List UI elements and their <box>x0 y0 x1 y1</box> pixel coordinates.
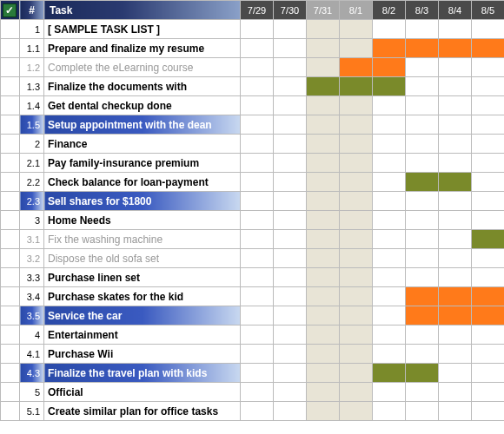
gantt-cell[interactable] <box>373 306 406 326</box>
gantt-cell[interactable] <box>274 326 307 345</box>
gantt-bar[interactable] <box>439 287 471 306</box>
task-row[interactable]: 2.1Pay family-insurance premium <box>1 154 505 173</box>
gantt-cell[interactable] <box>307 326 340 345</box>
gantt-bar[interactable] <box>373 364 405 382</box>
gantt-cell[interactable] <box>340 20 373 39</box>
check-cell[interactable] <box>1 326 20 345</box>
gantt-cell[interactable] <box>439 287 472 306</box>
gantt-cell[interactable] <box>340 306 373 326</box>
gantt-cell[interactable] <box>472 173 505 192</box>
gantt-cell[interactable] <box>340 154 373 173</box>
gantt-cell[interactable] <box>472 135 505 154</box>
gantt-cell[interactable] <box>307 249 340 268</box>
check-cell[interactable] <box>1 192 20 211</box>
gantt-cell[interactable] <box>241 135 274 154</box>
gantt-cell[interactable] <box>340 115 373 135</box>
check-cell[interactable] <box>1 20 20 39</box>
gantt-cell[interactable] <box>274 364 307 383</box>
gantt-cell[interactable] <box>373 77 406 96</box>
row-task[interactable]: Sell shares for $1800 <box>44 192 241 211</box>
gantt-bar[interactable] <box>373 58 405 76</box>
gantt-cell[interactable] <box>439 173 472 192</box>
check-cell[interactable] <box>1 345 20 364</box>
gantt-cell[interactable] <box>472 39 505 58</box>
gantt-cell[interactable] <box>406 58 439 77</box>
task-row[interactable]: 2.3Sell shares for $1800 <box>1 192 505 211</box>
gantt-cell[interactable] <box>373 20 406 39</box>
gantt-cell[interactable] <box>373 115 406 135</box>
row-task[interactable]: Prepare and finalize my resume <box>44 39 241 58</box>
gantt-cell[interactable] <box>241 192 274 211</box>
task-row[interactable]: 1.2Complete the eLearning course <box>1 58 505 77</box>
row-task[interactable]: Entertainment <box>44 326 241 345</box>
gantt-cell[interactable] <box>307 192 340 211</box>
gantt-cell[interactable] <box>241 115 274 135</box>
gantt-cell[interactable] <box>373 39 406 58</box>
gantt-cell[interactable] <box>472 154 505 173</box>
gantt-cell[interactable] <box>274 96 307 115</box>
gantt-cell[interactable] <box>307 345 340 364</box>
gantt-cell[interactable] <box>373 383 406 402</box>
gantt-cell[interactable] <box>406 249 439 268</box>
gantt-cell[interactable] <box>274 268 307 287</box>
gantt-bar[interactable] <box>439 39 471 57</box>
gantt-cell[interactable] <box>406 383 439 402</box>
gantt-cell[interactable] <box>472 364 505 383</box>
row-task[interactable]: Dispose the old sofa set <box>44 249 241 268</box>
gantt-cell[interactable] <box>274 154 307 173</box>
gantt-cell[interactable] <box>406 173 439 192</box>
gantt-cell[interactable] <box>241 39 274 58</box>
gantt-cell[interactable] <box>307 96 340 115</box>
task-row[interactable]: 3.2Dispose the old sofa set <box>1 249 505 268</box>
task-row[interactable]: 1.3Finalize the documents with <box>1 77 505 96</box>
gantt-cell[interactable] <box>307 306 340 326</box>
gantt-cell[interactable] <box>340 268 373 287</box>
gantt-cell[interactable] <box>274 287 307 306</box>
gantt-bar[interactable] <box>340 77 372 95</box>
gantt-bar[interactable] <box>406 364 438 382</box>
gantt-cell[interactable] <box>472 211 505 230</box>
gantt-cell[interactable] <box>307 287 340 306</box>
check-cell[interactable] <box>1 364 20 383</box>
gantt-cell[interactable] <box>373 58 406 77</box>
gantt-cell[interactable] <box>274 135 307 154</box>
check-cell[interactable] <box>1 39 20 58</box>
gantt-cell[interactable] <box>274 20 307 39</box>
gantt-cell[interactable] <box>373 211 406 230</box>
check-cell[interactable] <box>1 402 20 421</box>
task-row[interactable]: 1.1Prepare and finalize my resume <box>1 39 505 58</box>
task-row[interactable]: 1[ SAMPLE TASK LIST ] <box>1 20 505 39</box>
gantt-table[interactable]: ✓ # Task 7/297/307/318/18/28/38/48/5 1[ … <box>0 0 504 421</box>
gantt-cell[interactable] <box>241 230 274 249</box>
gantt-cell[interactable] <box>439 345 472 364</box>
gantt-cell[interactable] <box>241 173 274 192</box>
gantt-cell[interactable] <box>373 287 406 306</box>
check-cell[interactable] <box>1 154 20 173</box>
gantt-cell[interactable] <box>406 39 439 58</box>
gantt-cell[interactable] <box>439 96 472 115</box>
gantt-cell[interactable] <box>241 383 274 402</box>
gantt-cell[interactable] <box>340 383 373 402</box>
gantt-bar[interactable] <box>373 77 405 95</box>
date-header[interactable]: 8/4 <box>439 1 472 20</box>
gantt-cell[interactable] <box>439 249 472 268</box>
gantt-cell[interactable] <box>340 96 373 115</box>
gantt-bar[interactable] <box>340 58 372 76</box>
gantt-cell[interactable] <box>274 39 307 58</box>
gantt-cell[interactable] <box>241 154 274 173</box>
gantt-cell[interactable] <box>307 402 340 421</box>
task-row[interactable]: 3.4Purchase skates for the kid <box>1 287 505 306</box>
task-row[interactable]: 5.1Create similar plan for office tasks <box>1 402 505 421</box>
gantt-cell[interactable] <box>406 192 439 211</box>
gantt-cell[interactable] <box>406 135 439 154</box>
gantt-cell[interactable] <box>274 345 307 364</box>
gantt-cell[interactable] <box>373 402 406 421</box>
gantt-cell[interactable] <box>274 211 307 230</box>
gantt-cell[interactable] <box>439 268 472 287</box>
task-row[interactable]: 1.5Setup appointment with the dean <box>1 115 505 135</box>
gantt-cell[interactable] <box>439 20 472 39</box>
gantt-cell[interactable] <box>241 287 274 306</box>
gantt-cell[interactable] <box>241 96 274 115</box>
gantt-cell[interactable] <box>340 345 373 364</box>
gantt-bar[interactable] <box>373 39 405 57</box>
